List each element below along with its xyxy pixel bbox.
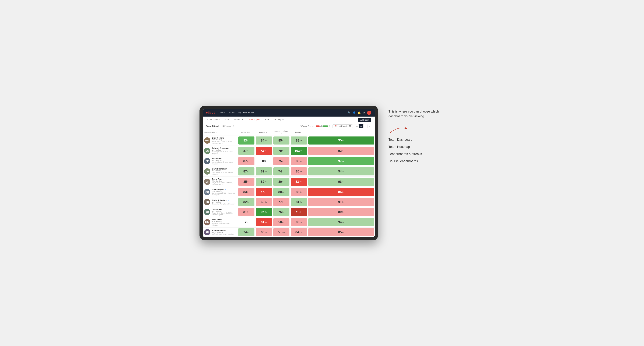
metric-value-quality-2: 87: [244, 159, 247, 163]
metric-box-approach-9[interactable]: 58 10: [273, 228, 290, 236]
table-row: EC Edward Crossman 1-5 Handicap Sunningd…: [203, 146, 375, 156]
metric-box-tee-4[interactable]: 89 7: [256, 178, 272, 186]
download-button[interactable]: ↓: [368, 124, 371, 128]
sub-nav-hcaps[interactable]: Hcaps 1-5: [234, 117, 244, 123]
metric-box-putting-0[interactable]: 95 9: [308, 137, 374, 145]
player-info-1[interactable]: EC Edward Crossman 1-5 Handicap Sunningd…: [203, 146, 238, 156]
metric-box-quality-0[interactable]: 93 4: [238, 137, 254, 145]
metric-box-green-3[interactable]: 85 3: [291, 168, 307, 175]
change-green-6: 4: [300, 201, 302, 203]
metric-box-tee-5[interactable]: 77 14: [256, 188, 272, 196]
metric-box-green-2[interactable]: 86 6: [291, 157, 307, 165]
player-club-6: Craigmillar Park, United Kingdom: [212, 203, 235, 205]
nav-link-myperformance[interactable]: My Performance: [238, 111, 254, 115]
metric-box-tee-3[interactable]: 82 4: [256, 168, 272, 175]
metric-box-quality-5[interactable]: 83 3: [238, 188, 254, 196]
player-info-3[interactable]: DB Dave Billingham 1-5 Handicap Gog Mago…: [203, 166, 238, 176]
metric-box-tee-2[interactable]: 88: [256, 157, 272, 165]
sub-nav-pga[interactable]: PGA: [224, 117, 229, 123]
heatmap-view-button[interactable]: ▦: [359, 124, 363, 128]
metric-box-approach-6[interactable]: 77 3: [273, 198, 290, 206]
table-row: EE Elliot Ebert 1-5 Handicap Sunningdale…: [203, 156, 375, 166]
sort-arrow-tee: —: [250, 132, 252, 133]
metric-box-quality-3[interactable]: 87 4: [238, 168, 254, 175]
settings-icon[interactable]: ⚙: [363, 111, 365, 114]
metric-box-green-9[interactable]: 84 21: [291, 228, 307, 236]
grid-view-button[interactable]: ⊞: [355, 124, 359, 128]
list-view-button[interactable]: ☰: [363, 124, 367, 128]
metric-quality-1: 87 1: [238, 146, 255, 156]
metric-green-9: 84 21: [290, 227, 308, 237]
team-count: | 14 Players: [221, 125, 231, 127]
nav-link-home[interactable]: Home: [220, 111, 225, 115]
metric-box-quality-1[interactable]: 87 1: [238, 147, 254, 155]
metric-box-putting-9[interactable]: 85 4: [308, 228, 374, 236]
sub-nav-pgat[interactable]: PGAT Players: [206, 117, 220, 123]
metric-box-approach-4[interactable]: 80 3: [273, 178, 290, 186]
nav-link-teams[interactable]: Teams: [229, 111, 235, 115]
col-tee: Off the Tee —: [238, 129, 255, 135]
metric-box-approach-7[interactable]: 75 2: [273, 208, 290, 216]
metric-value-tee-6: 60: [261, 200, 264, 204]
metric-value-quality-5: 83: [244, 190, 247, 194]
metric-box-putting-8[interactable]: 94 3: [308, 218, 374, 226]
edit-icon[interactable]: ✎: [233, 125, 234, 127]
metric-box-quality-9[interactable]: 74 8: [238, 228, 254, 236]
metric-box-green-5[interactable]: 83 6: [291, 188, 307, 196]
avatar[interactable]: U: [367, 111, 371, 115]
metric-box-approach-1[interactable]: 79 9: [273, 147, 290, 155]
metric-box-tee-8[interactable]: 61 3: [256, 218, 272, 226]
metric-box-tee-0[interactable]: 84 6: [256, 137, 272, 145]
metric-box-approach-3[interactable]: 74 1: [273, 168, 290, 175]
metric-box-putting-5[interactable]: 86 8: [308, 188, 374, 196]
player-info-8[interactable]: MM Matt Miller 6-10 Handicap Woburn Golf…: [203, 217, 238, 227]
metric-box-quality-4[interactable]: 85 3: [238, 178, 254, 186]
metric-box-putting-3[interactable]: 94 1: [308, 168, 374, 175]
player-info-7[interactable]: JC Josh Coles 1-5 Handicap Royal North D…: [203, 207, 238, 217]
sub-nav-teamclippd[interactable]: Team Clippd: [248, 117, 260, 123]
player-info-6[interactable]: CR Chris Robertson ✓ 1-5 Handicap Craigm…: [203, 197, 238, 206]
round-change-label: 20 Round Change: [300, 125, 314, 127]
player-info-5[interactable]: CQ Charlie Quick ✓ 6-10 Handicap St. Geo…: [203, 187, 238, 197]
last-rounds-button[interactable]: 📅 Last Rounds: 20: [332, 124, 353, 128]
metric-box-putting-2[interactable]: 97 5: [308, 157, 374, 165]
metric-box-quality-7[interactable]: 81 3: [238, 208, 254, 216]
metric-box-putting-7[interactable]: 89 2: [308, 208, 374, 216]
metric-box-putting-6[interactable]: 91 3: [308, 198, 374, 206]
metric-box-approach-2[interactable]: 75 3: [273, 157, 290, 165]
player-info-2[interactable]: EE Elliot Ebert 1-5 Handicap Sunningdale…: [203, 156, 238, 166]
player-info-0[interactable]: BM Blair McHarg Plus Handicap Royal Nort…: [203, 135, 238, 146]
metric-box-quality-8[interactable]: 75: [238, 218, 254, 226]
metric-quality-4: 85 3: [238, 177, 255, 187]
metric-box-tee-1[interactable]: 73 11: [256, 147, 272, 155]
metric-box-green-6[interactable]: 81 4: [291, 198, 307, 206]
add-team-button[interactable]: Add Team: [358, 118, 371, 122]
metric-box-approach-8[interactable]: 58 4: [273, 218, 290, 226]
sub-nav-tour[interactable]: Tour: [264, 117, 269, 123]
metric-box-tee-9[interactable]: 60 1: [256, 228, 272, 236]
metric-box-green-4[interactable]: 83 10: [291, 178, 307, 186]
metric-box-tee-7[interactable]: 95 8: [256, 208, 272, 216]
metric-box-green-8[interactable]: 88 2: [291, 218, 307, 226]
metric-box-green-1[interactable]: 103 15: [291, 147, 307, 155]
metric-green-4: 83 10: [290, 177, 308, 187]
metric-box-tee-6[interactable]: 60 2: [256, 198, 272, 206]
change-quality-1: 1: [248, 150, 250, 152]
metric-box-approach-0[interactable]: 85 8: [273, 137, 290, 145]
metric-box-putting-4[interactable]: 96 3: [308, 178, 374, 186]
bell-icon[interactable]: 🔔: [358, 111, 361, 114]
metric-value-approach-8: 58: [278, 220, 282, 224]
metric-value-putting-5: 86: [338, 190, 342, 194]
metric-box-green-0[interactable]: 88 1: [291, 137, 307, 145]
user-icon[interactable]: 👤: [352, 111, 356, 114]
search-icon[interactable]: 🔍: [348, 111, 350, 114]
metric-box-quality-6[interactable]: 82 3: [238, 198, 254, 206]
player-info-4[interactable]: DF David Ford ✓ Plus Handicap Royal Nort…: [203, 177, 238, 187]
metric-box-approach-5[interactable]: 80 1: [273, 188, 290, 196]
player-info-9[interactable]: AN Aaron Nicholls 11-15 Handicap Drift G…: [203, 228, 238, 237]
metric-box-putting-1[interactable]: 92 3: [308, 147, 374, 155]
metric-box-green-7[interactable]: 71 11: [291, 208, 307, 216]
metric-green-2: 86 6: [290, 156, 308, 166]
sub-nav-allplayers[interactable]: All Players: [274, 117, 284, 123]
metric-box-quality-2[interactable]: 87 3: [238, 157, 254, 165]
